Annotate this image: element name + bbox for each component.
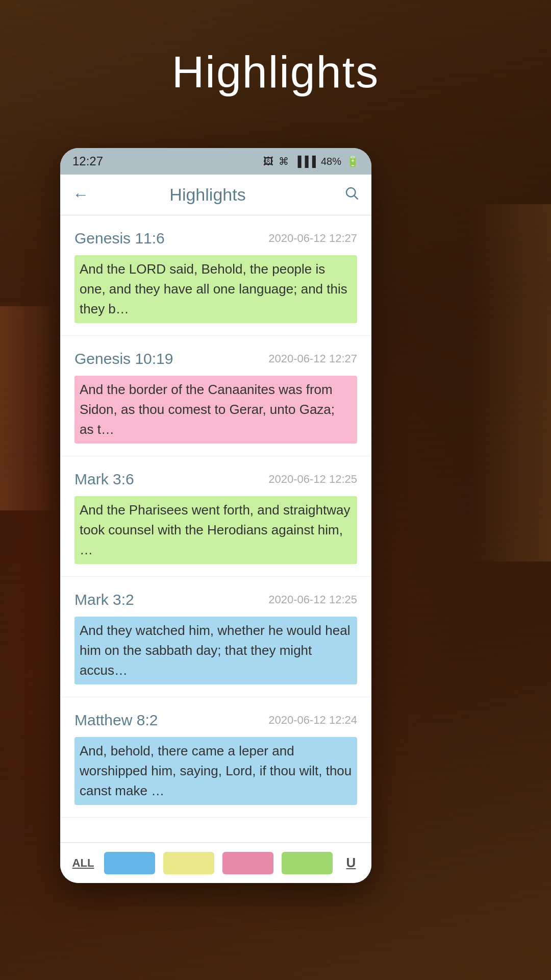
item-text: And they watched him, whether he would h… [74, 617, 357, 684]
item-date: 2020-06-12 12:27 [268, 232, 357, 245]
item-date: 2020-06-12 12:27 [268, 352, 357, 365]
bluetooth-icon: ⌘ [279, 155, 289, 167]
item-text: And, behold, there came a leper and wors… [74, 737, 357, 805]
battery-icon: 🔋 [346, 155, 359, 167]
list-item[interactable]: Genesis 11:6 2020-06-12 12:27 And the LO… [60, 215, 371, 336]
item-header: Mark 3:6 2020-06-12 12:25 [74, 471, 357, 488]
item-date: 2020-06-12 12:25 [268, 593, 357, 606]
status-time: 12:27 [72, 154, 103, 168]
decoration-right [469, 204, 551, 561]
filter-pink-swatch[interactable] [222, 852, 273, 874]
search-button[interactable] [344, 185, 359, 204]
highlights-list: Genesis 11:6 2020-06-12 12:27 And the LO… [60, 215, 371, 842]
signal-icon: ▐▐▐ [294, 156, 316, 167]
filter-green-swatch[interactable] [282, 852, 333, 874]
item-reference: Mark 3:6 [74, 471, 134, 488]
filter-all-button[interactable]: ALL [70, 856, 96, 870]
status-icons: 🖼 ⌘ ▐▐▐ 48% 🔋 [263, 155, 359, 167]
item-header: Matthew 8:2 2020-06-12 12:24 [74, 712, 357, 729]
battery-status: 48% [321, 156, 341, 167]
item-text: And the LORD said, Behold, the people is… [74, 255, 357, 323]
item-header: Genesis 10:19 2020-06-12 12:27 [74, 350, 357, 368]
item-reference: Genesis 11:6 [74, 230, 165, 247]
list-item[interactable]: Mark 3:6 2020-06-12 12:25 And the Pharis… [60, 456, 371, 577]
filter-yellow-swatch[interactable] [163, 852, 214, 874]
item-header: Mark 3:2 2020-06-12 12:25 [74, 591, 357, 608]
item-reference: Matthew 8:2 [74, 712, 158, 729]
svg-point-0 [346, 188, 356, 197]
list-item[interactable]: Genesis 10:19 2020-06-12 12:27 And the b… [60, 336, 371, 456]
photo-icon: 🖼 [263, 156, 273, 167]
item-reference: Mark 3:2 [74, 591, 134, 608]
bottom-filter-bar: ALL U [60, 842, 371, 883]
header-title: Highlights [97, 185, 318, 205]
decoration-left [0, 306, 61, 510]
filter-underline-button[interactable]: U [341, 855, 361, 871]
list-item[interactable]: Matthew 8:2 2020-06-12 12:24 And, behold… [60, 697, 371, 818]
item-date: 2020-06-12 12:24 [268, 714, 357, 727]
item-text: And the border of the Canaanites was fro… [74, 376, 357, 444]
item-header: Genesis 11:6 2020-06-12 12:27 [74, 230, 357, 247]
item-date: 2020-06-12 12:25 [268, 473, 357, 486]
page-title: Highlights [0, 46, 551, 98]
status-bar: 12:27 🖼 ⌘ ▐▐▐ 48% 🔋 [60, 148, 371, 175]
back-button[interactable]: ← [72, 185, 89, 204]
filter-blue-swatch[interactable] [104, 852, 155, 874]
list-item[interactable]: Mark 3:2 2020-06-12 12:25 And they watch… [60, 577, 371, 697]
svg-line-1 [355, 196, 358, 200]
app-header: ← Highlights [60, 175, 371, 215]
item-text: And the Pharisees went forth, and straig… [74, 496, 357, 564]
item-reference: Genesis 10:19 [74, 350, 173, 368]
phone-frame: 12:27 🖼 ⌘ ▐▐▐ 48% 🔋 ← Highlights Genesis… [60, 148, 371, 883]
